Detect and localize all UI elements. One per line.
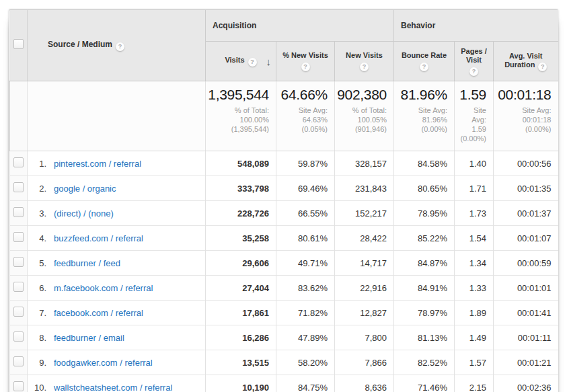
help-icon[interactable]: ? [248,58,257,67]
acquisition-label: Acquisition [213,21,256,30]
table-row: 2.google / organic 333,798 69.46% 231,84… [10,176,558,201]
help-icon[interactable]: ? [420,63,428,71]
source-medium-link[interactable]: feedburner / feed [54,258,120,268]
column-header-new-visits[interactable]: New Visits ? [335,42,394,81]
column-header-bounce-rate[interactable]: Bounce Rate ? [394,42,455,81]
row-rank: 5. [28,258,46,268]
new-visits-value: 28,422 [335,226,394,251]
source-medium-cell: 5.feedburner / feed [28,251,206,276]
source-medium-table: Source / Medium? Acquisition Behavior Vi… [9,10,558,392]
source-medium-link[interactable]: (direct) / (none) [54,208,114,219]
row-rank: 4. [28,233,46,243]
row-checkbox[interactable] [13,182,24,192]
source-medium-link[interactable]: wallstcheatsheet.com / referral [54,383,172,392]
avg-duration-value: 00:01:01 [494,276,558,301]
source-medium-link[interactable]: buzzfeed.com / referral [54,233,143,243]
row-checkbox[interactable] [13,157,24,167]
bounce-rate-value: 82.52% [394,350,455,375]
row-checkbox-cell [10,375,28,392]
row-checkbox-cell [10,251,28,276]
row-checkbox[interactable] [13,331,24,342]
bounce-rate-value: 80.65% [394,176,455,201]
row-checkbox[interactable] [13,307,24,317]
source-medium-link[interactable]: pinterest.com / referral [54,159,141,169]
pages-visit-value: 1.54 [455,226,494,251]
row-checkbox[interactable] [13,232,24,242]
avg-duration-value: 00:01:37 [494,201,558,226]
analytics-table-frame: Source / Medium? Acquisition Behavior Vi… [9,9,558,392]
row-checkbox[interactable] [13,207,24,217]
new-visits-value: 328,157 [335,151,394,176]
pct-new-visits-value: 59.87% [276,151,335,176]
table-row: 4.buzzfeed.com / referral 35,258 80.61% … [10,226,558,251]
column-header-visits[interactable]: Visits? ↓ [206,42,276,81]
source-medium-cell: 4.buzzfeed.com / referral [28,226,206,251]
summary-bounce-rate: 81.96% Site Avg: 81.96% (0.00%) [394,81,455,151]
visits-value: 35,258 [206,226,276,251]
bounce-rate-label: Bounce Rate [397,51,451,60]
visits-value: 10,190 [206,375,276,392]
source-medium-cell: 7.facebook.com / referral [28,301,206,325]
row-checkbox[interactable] [13,356,24,366]
avg-duration-value: 00:00:56 [494,151,558,176]
bounce-rate-value: 84.58% [394,151,455,176]
row-checkbox-cell [10,151,28,176]
bounce-rate-value: 85.22% [394,226,455,251]
row-checkbox[interactable] [13,257,24,267]
bounce-rate-value: 84.87% [394,251,455,276]
summary-new-visits-value: 902,380 [336,87,387,103]
summary-pages-value: 1.59 [455,87,486,103]
table-row: 1.pinterest.com / referral 548,089 59.87… [10,151,558,176]
help-icon[interactable]: ? [538,63,547,71]
avg-duration-value: 00:01:11 [494,325,558,350]
source-medium-link[interactable]: google / organic [54,184,116,194]
new-visits-value: 22,916 [335,276,394,301]
pages-visit-value: 2.15 [455,375,494,392]
row-rank: 1. [28,159,46,169]
table-row: 10.wallstcheatsheet.com / referral 10,19… [10,375,558,392]
source-medium-link[interactable]: facebook.com / referral [54,308,143,318]
row-rank: 3. [28,208,46,219]
summary-duration-subtext: Site Avg: 00:01:18 (0.00%) [494,106,552,134]
new-visits-value: 152,217 [335,201,394,226]
help-icon[interactable]: ? [116,42,124,51]
summary-new-visits-subtext: % of Total: 100.05% (901,946) [336,106,387,134]
pct-new-visits-value: 71.82% [276,301,335,325]
row-rank: 10. [28,383,46,392]
help-icon[interactable]: ? [301,63,310,71]
source-medium-cell: 10.wallstcheatsheet.com / referral [28,375,206,392]
source-medium-cell: 6.m.facebook.com / referral [28,276,206,301]
summary-row: 1,395,544 % of Total: 100.00% (1,395,544… [10,81,558,151]
bounce-rate-value: 78.95% [394,201,455,226]
select-all-checkbox[interactable] [13,39,24,49]
bounce-rate-value: 71.46% [394,375,455,392]
column-header-avg-duration[interactable]: Avg. Visit Duration? [494,42,558,81]
table-body: 1,395,544 % of Total: 100.00% (1,395,544… [10,81,558,392]
row-checkbox-cell [10,201,28,226]
visits-value: 548,089 [206,151,276,176]
table-row: 8.feedburner / email 16,286 47.89% 7,800… [10,325,558,350]
new-visits-value: 7,800 [335,325,394,350]
group-header-acquisition: Acquisition [206,10,394,42]
table-row: 9.foodgawker.com / referral 13,515 58.20… [10,350,558,375]
summary-pct-new-subtext: Site Avg: 64.63% (0.05%) [277,106,328,134]
source-medium-label: Source / Medium [48,40,112,49]
sort-desc-icon[interactable]: ↓ [266,57,272,66]
pages-visit-value: 1.34 [455,251,494,276]
row-checkbox[interactable] [13,381,24,391]
select-all-cell [10,10,28,81]
column-header-pct-new-visits[interactable]: % New Visits ? [276,42,335,81]
visits-value: 16,286 [206,325,276,350]
new-visits-value: 12,827 [335,301,394,325]
help-icon[interactable]: ? [360,63,369,71]
source-medium-link[interactable]: feedburner / email [54,333,124,343]
new-visits-value: 14,717 [335,251,394,276]
help-icon[interactable]: ? [469,67,478,76]
visits-label: Visits [225,56,244,64]
source-medium-link[interactable]: foodgawker.com / referral [54,358,153,368]
column-header-pages-visit[interactable]: Pages / Visit ? [455,42,494,81]
pct-new-visits-value: 66.55% [276,201,335,226]
source-medium-link[interactable]: m.facebook.com / referral [54,283,153,293]
row-checkbox[interactable] [13,282,24,292]
column-header-source-medium[interactable]: Source / Medium? [28,10,206,81]
